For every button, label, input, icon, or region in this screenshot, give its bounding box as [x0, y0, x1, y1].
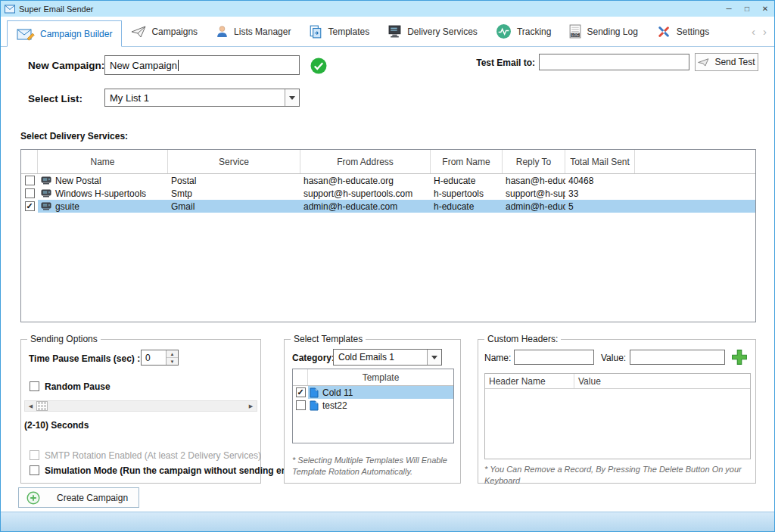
tab-label: Tracking — [517, 26, 552, 37]
minimize-icon[interactable]: ─ — [720, 1, 738, 17]
cell-from-address: hasan@h-educate.org — [300, 174, 431, 187]
select-list-dropdown[interactable]: My List 1 — [104, 89, 300, 107]
time-pause-label: Time Pause Emails (sec) : — [29, 353, 140, 364]
valid-check-icon — [310, 58, 327, 77]
template-name: test22 — [322, 400, 347, 411]
time-pause-value: 0 — [142, 350, 166, 365]
send-test-button[interactable]: Send Test — [695, 53, 758, 71]
tab-tracking[interactable]: Tracking — [487, 17, 561, 46]
spin-down-icon[interactable]: ▼ — [167, 358, 178, 365]
template-name: Cold 11 — [322, 387, 353, 398]
cell-total: 40468 — [565, 174, 635, 187]
table-row-selected[interactable]: gsuite Gmail admin@h-educate.com h-educa… — [21, 200, 755, 213]
create-campaign-button[interactable]: Create Campaign — [18, 487, 139, 508]
category-dropdown[interactable]: Cold Emails 1 — [333, 349, 442, 366]
tab-delivery-services[interactable]: Delivery Services — [378, 17, 487, 46]
custom-headers-table: Header Name Value — [484, 373, 751, 459]
tab-lists-manager[interactable]: Lists Manager — [207, 17, 300, 46]
scrollbar-thumb[interactable] — [36, 401, 48, 411]
pause-range-scrollbar: ◀ ▶ — [24, 400, 257, 412]
table-header-row: Name Service From Address From Name Repl… — [21, 150, 755, 174]
templates-table: Template Cold 11 test22 — [292, 369, 454, 443]
column-header-from-name[interactable]: From Name — [431, 150, 503, 173]
select-list-value: My List 1 — [105, 89, 285, 106]
close-icon[interactable]: ✕ — [756, 1, 774, 17]
time-pause-stepper[interactable]: 0 ▲ ▼ — [141, 350, 179, 366]
cell-total: 33 — [565, 187, 635, 200]
column-header-template[interactable]: Template — [308, 369, 453, 385]
row-checkbox-checked[interactable] — [296, 387, 306, 397]
add-header-button[interactable] — [729, 347, 750, 367]
row-checkbox[interactable] — [25, 176, 35, 185]
cell-reply-to: admin@h-educa — [503, 200, 565, 213]
row-checkbox[interactable] — [296, 400, 306, 410]
row-checkbox-checked[interactable] — [25, 201, 35, 211]
tab-templates[interactable]: Templates — [300, 17, 378, 46]
custom-headers-group: Custom Headers: Name: Value: Header Name… — [478, 339, 756, 484]
scroll-left-icon[interactable]: ◀ — [25, 401, 36, 411]
row-checkbox[interactable] — [25, 188, 35, 198]
column-header-header-name[interactable]: Header Name — [485, 374, 574, 388]
scrollbar-track[interactable] — [48, 401, 245, 411]
new-campaign-input[interactable]: New Campaign — [104, 55, 300, 75]
window-title: Super Email Sender — [19, 5, 93, 14]
sending-options-group: Sending Options Time Pause Emails (sec) … — [20, 339, 261, 484]
header-checkbox-column — [293, 369, 308, 385]
column-header-name[interactable]: Name — [38, 150, 168, 173]
group-title: Sending Options — [27, 334, 101, 344]
spin-up-icon[interactable]: ▲ — [167, 350, 178, 358]
group-title: Select Templates — [291, 334, 366, 344]
tab-settings[interactable]: Settings — [647, 17, 718, 46]
table-row[interactable]: New Postal Postal hasan@h-educate.org H-… — [21, 174, 755, 187]
table-row[interactable]: Windows H-supertools Smtp support@h-supe… — [21, 187, 755, 200]
log-document-icon: LOG — [569, 24, 581, 39]
random-pause-checkbox[interactable] — [30, 381, 39, 391]
template-row[interactable]: test22 — [293, 399, 453, 412]
select-list-label: Select List: — [28, 93, 82, 104]
dropdown-button[interactable] — [285, 89, 299, 106]
window-controls: ─ □ ✕ — [720, 1, 774, 17]
column-header-service[interactable]: Service — [168, 150, 300, 173]
column-header-reply-to[interactable]: Reply To — [503, 150, 565, 173]
cell-from-name: h-educate — [431, 200, 503, 213]
custom-headers-note: * You Can Remove a Record, By Pressing T… — [484, 464, 745, 487]
table-header-row: Template — [293, 369, 453, 386]
test-email-input[interactable] — [539, 54, 689, 70]
tracking-pulse-icon — [496, 23, 512, 39]
create-campaign-label: Create Campaign — [57, 493, 128, 503]
seconds-hint-label: (2-10) Seconds — [24, 420, 89, 431]
add-circle-icon — [26, 491, 40, 505]
tab-campaign-builder[interactable]: Campaign Builder — [7, 20, 122, 47]
campaign-builder-icon — [17, 27, 35, 41]
maximize-icon[interactable]: □ — [738, 1, 756, 17]
cell-from-name: H-educate — [431, 174, 503, 187]
simulation-mode-checkbox[interactable] — [30, 465, 39, 475]
cell-total: 5 — [565, 200, 635, 213]
header-filler-column — [635, 150, 755, 173]
cell-name: gsuite — [55, 201, 79, 212]
template-row-selected[interactable]: Cold 11 — [293, 386, 453, 399]
template-file-icon — [310, 387, 319, 398]
tab-label: Delivery Services — [407, 26, 478, 37]
column-header-value[interactable]: Value — [574, 374, 750, 388]
dropdown-button[interactable] — [427, 350, 441, 365]
tab-scroll-arrows: ‹ › — [752, 17, 774, 46]
mail-server-icon — [41, 176, 51, 185]
column-header-total-mail-sent[interactable]: Total Mail Sent — [565, 150, 635, 173]
tab-sending-log[interactable]: LOG Sending Log — [560, 17, 646, 46]
cell-service: Postal — [168, 174, 300, 187]
app-window: Super Email Sender ─ □ ✕ Campaign Builde… — [0, 0, 775, 532]
cell-filler — [635, 200, 755, 213]
smtp-rotation-label: SMTP Rotation Enabled (At least 2 Delive… — [45, 450, 261, 461]
delivery-services-table: Name Service From Address From Name Repl… — [20, 149, 756, 322]
tab-scroll-left-icon[interactable]: ‹ — [752, 25, 755, 38]
header-value-input[interactable] — [630, 350, 725, 365]
header-name-input[interactable] — [514, 350, 594, 365]
column-header-from-address[interactable]: From Address — [300, 150, 431, 173]
templates-note: * Selecting Multiple Templates Will Enab… — [292, 455, 453, 478]
tab-scroll-right-icon[interactable]: › — [763, 25, 767, 38]
scroll-right-icon[interactable]: ▶ — [245, 401, 257, 411]
new-campaign-label: New Campaign: — [28, 60, 104, 71]
tools-icon — [656, 24, 671, 39]
tab-campaigns[interactable]: Campaigns — [122, 17, 207, 46]
